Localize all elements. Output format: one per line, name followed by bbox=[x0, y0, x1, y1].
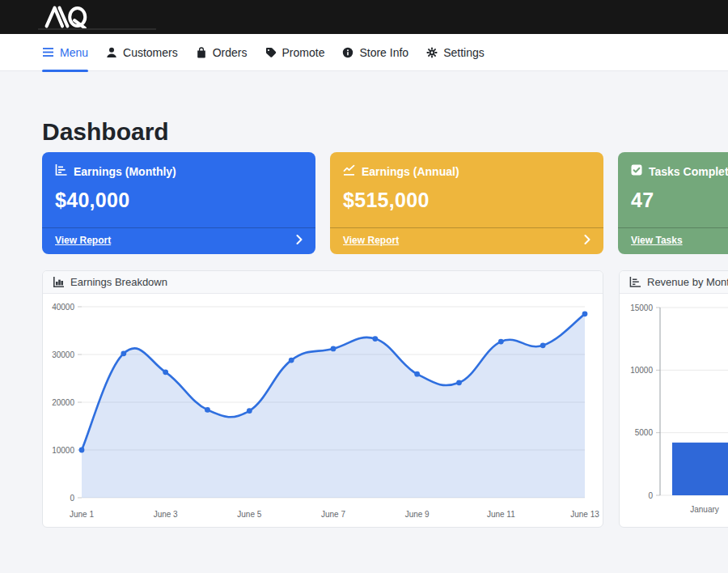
nav-item-label: Menu bbox=[60, 46, 88, 59]
svg-text:June 9: June 9 bbox=[405, 510, 430, 519]
hamburger-icon bbox=[42, 47, 54, 57]
view-report-link[interactable]: View Report bbox=[55, 235, 111, 246]
stat-card-footer: View Report bbox=[42, 227, 315, 254]
svg-text:10000: 10000 bbox=[52, 446, 74, 455]
stat-card-footer: View Report bbox=[330, 227, 603, 254]
svg-text:15000: 15000 bbox=[630, 303, 653, 312]
nav-item-label: Store Info bbox=[359, 46, 408, 59]
svg-text:0: 0 bbox=[648, 491, 653, 500]
svg-text:30000: 30000 bbox=[52, 350, 74, 359]
svg-text:January: January bbox=[690, 505, 719, 514]
chart-card-header: Earnings Breakdown bbox=[43, 271, 603, 294]
svg-text:40000: 40000 bbox=[52, 303, 74, 312]
chart-title: Revenue by Month bbox=[647, 276, 728, 288]
stat-cards-row: Earnings (Monthly) $40,000 View Report E… bbox=[42, 152, 728, 254]
stat-card-title: Earnings (Annual) bbox=[362, 165, 459, 178]
app-header bbox=[0, 0, 728, 34]
stat-card-value: $515,000 bbox=[343, 189, 590, 212]
svg-text:June 13: June 13 bbox=[570, 510, 599, 519]
nav-item-store-info[interactable]: Store Info bbox=[342, 34, 408, 70]
check-square-icon bbox=[631, 164, 642, 178]
earnings-line-chart: 010000200003000040000June 1June 3June 5J… bbox=[43, 294, 603, 528]
nav-item-settings[interactable]: Settings bbox=[426, 34, 485, 70]
chevron-right-icon bbox=[296, 233, 303, 248]
chart-title: Earnings Breakdown bbox=[70, 276, 167, 288]
line-chart-icon bbox=[343, 164, 355, 178]
logo-divider bbox=[38, 28, 156, 30]
nav-item-orders[interactable]: Orders bbox=[196, 34, 248, 70]
tag-icon bbox=[265, 47, 277, 58]
svg-text:June 3: June 3 bbox=[154, 510, 178, 519]
chevron-right-icon bbox=[584, 233, 590, 248]
earnings-breakdown-card: Earnings Breakdown 010000200003000040000… bbox=[42, 270, 603, 528]
nav-item-label: Settings bbox=[443, 46, 485, 59]
bar-chart-icon bbox=[53, 277, 64, 287]
bar-chart-icon bbox=[629, 277, 641, 287]
svg-text:0: 0 bbox=[70, 494, 74, 503]
page-title: Dashboard bbox=[42, 118, 728, 146]
logo[interactable] bbox=[32, 5, 102, 29]
svg-text:June 11: June 11 bbox=[487, 510, 515, 519]
charts-row: Earnings Breakdown 010000200003000040000… bbox=[42, 270, 728, 528]
nav-item-customers[interactable]: Customers bbox=[106, 34, 178, 70]
nav-item-promote[interactable]: Promote bbox=[265, 34, 325, 70]
svg-text:10000: 10000 bbox=[630, 366, 653, 375]
main-nav: Menu Customers Orders Promote Store Info bbox=[0, 34, 728, 71]
stat-card-value: 47 bbox=[631, 189, 728, 212]
svg-text:June 7: June 7 bbox=[321, 510, 345, 519]
stat-card-value: $40,000 bbox=[55, 189, 303, 212]
svg-text:June 1: June 1 bbox=[70, 510, 94, 519]
nav-item-label: Orders bbox=[213, 46, 248, 59]
person-icon bbox=[106, 47, 117, 58]
svg-text:20000: 20000 bbox=[52, 398, 74, 407]
stat-card-tasks-completed: Tasks Completed 47 View Tasks bbox=[618, 152, 728, 254]
stat-card-footer: View Tasks bbox=[618, 227, 728, 254]
info-circle-icon bbox=[342, 47, 353, 58]
stat-card-title: Earnings (Monthly) bbox=[74, 165, 176, 178]
svg-text:June 5: June 5 bbox=[237, 510, 261, 519]
svg-text:5000: 5000 bbox=[635, 428, 654, 437]
nav-item-label: Customers bbox=[123, 46, 178, 59]
revenue-by-month-card: Revenue by Month 050001000015000January bbox=[619, 270, 728, 528]
horizontal-bar-chart-icon bbox=[55, 164, 67, 178]
main-content: Dashboard Earnings (Monthly) $40,000 Vie… bbox=[0, 118, 728, 528]
chart-card-header: Revenue by Month bbox=[620, 271, 728, 294]
view-report-link[interactable]: View Report bbox=[343, 235, 399, 246]
stat-card-earnings-annual: Earnings (Annual) $515,000 View Report bbox=[330, 152, 603, 254]
stat-card-earnings-monthly: Earnings (Monthly) $40,000 View Report bbox=[42, 152, 315, 254]
nav-item-menu[interactable]: Menu bbox=[42, 34, 88, 70]
stat-card-title: Tasks Completed bbox=[649, 165, 728, 178]
view-tasks-link[interactable]: View Tasks bbox=[631, 235, 683, 246]
gear-icon bbox=[426, 47, 438, 58]
shopping-bag-icon bbox=[196, 47, 207, 58]
nav-item-label: Promote bbox=[282, 46, 325, 59]
revenue-bar-chart: 050001000015000January bbox=[620, 294, 728, 528]
